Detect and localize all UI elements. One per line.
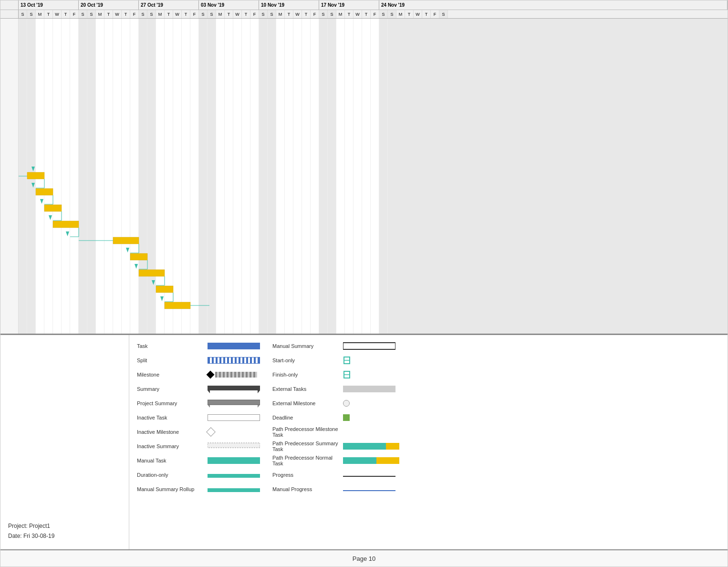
legend-label-manual-task: Manual Task: [137, 458, 204, 463]
legend-row-summary: Summary: [137, 382, 265, 396]
chart-body: [0, 19, 728, 334]
week-label-5: 10 Nov '19: [259, 0, 319, 10]
legend-sym-task: [208, 342, 265, 350]
svg-rect-51: [343, 457, 376, 464]
legend-row-manual-task: Manual Task: [137, 453, 265, 468]
svg-rect-49: [343, 443, 386, 450]
svg-marker-38: [208, 390, 210, 393]
svg-marker-41: [208, 405, 210, 408]
legend-sym-deadline: [343, 413, 400, 422]
legend-sym-summary: [208, 385, 265, 393]
week-label-7: 24 Nov '19: [379, 0, 728, 10]
legend-sym-path-normal: [343, 456, 400, 465]
svg-rect-2: [27, 172, 44, 179]
legend-sym-start-only: [343, 356, 400, 365]
legend-label-external-tasks: External Tasks: [272, 386, 339, 392]
legend-row-task: Task: [137, 339, 265, 353]
svg-marker-5: [31, 183, 35, 188]
svg-rect-37: [208, 386, 260, 390]
week-label-2: 20 Oct '19: [79, 0, 139, 10]
legend-area: Project: Project1 Date: Fri 30-08-19 Tas…: [0, 335, 728, 549]
legend-row-external-milestone: External Milestone: [272, 396, 400, 410]
svg-rect-50: [386, 443, 399, 450]
legend-sym-milestone: [208, 370, 265, 379]
week-label-1: 13 Oct '19: [19, 0, 79, 10]
legend-label-milestone: Milestone: [137, 372, 204, 378]
legend-sym-split: [208, 356, 265, 365]
legend-row-manual-progress: Manual Progress: [272, 482, 400, 496]
svg-marker-22: [126, 248, 129, 252]
week-label-3: 27 Oct '19: [139, 0, 199, 10]
legend-row-deadline: Deadline: [272, 410, 400, 425]
legend-row-manual-summary: Manual Summary: [272, 339, 400, 353]
legend-row-inactive-milestone: Inactive Milestone: [137, 425, 265, 439]
legend-sym-manual-summary: [343, 342, 400, 350]
project-name: Project: Project1: [8, 521, 121, 532]
gantt-area: 13 Oct '19 20 Oct '19 27 Oct '19 03 Nov …: [0, 0, 728, 335]
legend-sym-manual-task: [208, 456, 265, 465]
svg-marker-39: [258, 390, 260, 393]
legend-sym-manual-summary-rollup: [208, 485, 265, 494]
legend-col2: Manual Summary Start-only Finish-only: [272, 339, 400, 546]
legend-label-summary: Summary: [137, 386, 204, 392]
legend-label-finish-only: Finish-only: [272, 372, 339, 378]
legend-label-external-milestone: External Milestone: [272, 400, 339, 406]
main-container: 13 Oct '19 20 Oct '19 27 Oct '19 03 Nov …: [0, 0, 728, 567]
svg-rect-23: [130, 253, 147, 260]
project-date: Date: Fri 30-08-19: [8, 531, 121, 542]
legend-row-proj-summary: Project Summary: [137, 396, 265, 410]
legend-label-duration-only: Duration-only: [137, 472, 204, 478]
legend-label-split: Split: [137, 357, 204, 363]
page-footer: Page 10: [0, 549, 728, 567]
day-header: SSMTWTF SSMTWTF SSMTWTF SSMTWTF SSMTWTF …: [0, 10, 728, 19]
svg-rect-35: [165, 302, 190, 309]
legend-sym-inactive-task: [208, 413, 265, 422]
week-header: 13 Oct '19 20 Oct '19 27 Oct '19 03 Nov …: [0, 0, 728, 10]
legend-row-milestone: Milestone: [137, 368, 265, 382]
legend-label-manual-progress: Manual Progress: [272, 486, 339, 492]
svg-marker-34: [160, 296, 164, 301]
svg-rect-52: [376, 457, 399, 464]
svg-marker-13: [49, 215, 52, 220]
svg-rect-14: [53, 221, 79, 228]
svg-marker-42: [258, 405, 260, 408]
legend-label-inactive-summary: Inactive Summary: [137, 443, 204, 449]
legend-label-path-summary: Path Predecessor Summary Task: [272, 441, 339, 452]
legend-row-progress: Progress: [272, 468, 400, 482]
legend-row-path-summary: Path Predecessor Summary Task: [272, 439, 400, 453]
legend-row-path-normal: Path Predecessor Normal Task: [272, 453, 400, 468]
legend-row-split: Split: [137, 353, 265, 368]
legend-sym-progress: [343, 471, 400, 479]
svg-marker-9: [40, 199, 43, 204]
page-number: Page 10: [353, 555, 375, 562]
legend-sym-path-milestone: [343, 428, 400, 436]
legend-label-task: Task: [137, 343, 204, 349]
svg-marker-1: [31, 167, 35, 171]
legend-row-inactive-summary: Inactive Summary: [137, 439, 265, 453]
svg-rect-31: [156, 286, 173, 293]
legend-row-start-only: Start-only: [272, 353, 400, 368]
legend-sym-duration-only: [208, 471, 265, 479]
svg-marker-17: [66, 231, 69, 236]
legend-left: Project: Project1 Date: Fri 30-08-19: [0, 335, 129, 549]
legend-row-inactive-task: Inactive Task: [137, 410, 265, 425]
legend-label-manual-summary: Manual Summary: [272, 343, 339, 349]
legend-row-manual-summary-rollup: Manual Summary Rollup: [137, 482, 265, 496]
legend-sym-inactive-milestone: [208, 428, 265, 436]
legend-label-path-normal: Path Predecessor Normal Task: [272, 455, 339, 466]
week-label-6: 17 Nov '19: [319, 0, 379, 10]
legend-sym-path-summary: [343, 442, 400, 451]
left-margin: [0, 19, 19, 334]
legend-label-start-only: Start-only: [272, 357, 339, 363]
legend-sym-external-milestone: [343, 399, 400, 408]
svg-rect-18: [113, 237, 139, 244]
legend-label-inactive-task: Inactive Task: [137, 415, 204, 420]
project-info: Project: Project1 Date: Fri 30-08-19: [8, 521, 121, 542]
legend-columns: Task Split Milestone: [129, 335, 728, 549]
legend-label-deadline: Deadline: [272, 415, 339, 420]
legend-row-path-milestone: Path Predecessor Milestone Task: [272, 425, 400, 439]
legend-sym-finish-only: [343, 370, 400, 379]
svg-rect-44: [343, 343, 395, 349]
svg-rect-6: [36, 189, 53, 195]
legend-label-manual-summary-rollup: Manual Summary Rollup: [137, 486, 204, 492]
